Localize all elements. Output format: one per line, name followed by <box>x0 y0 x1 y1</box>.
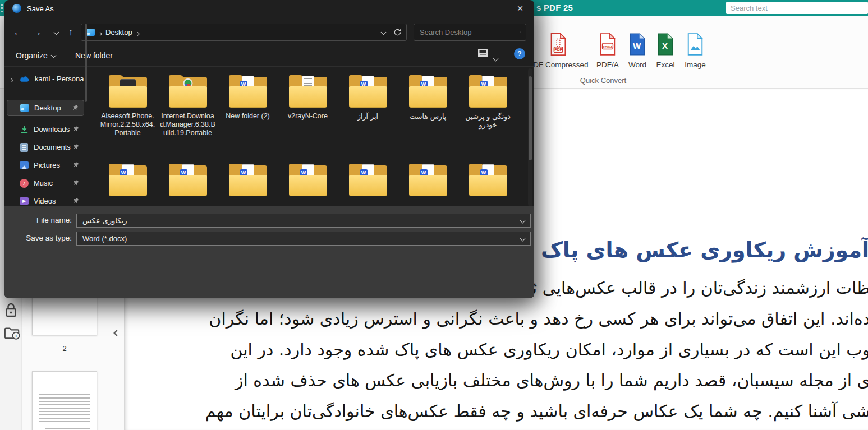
folder-item[interactable]: Aiseesoft.Phone.Mirror.2.2.58.x64.Portab… <box>98 75 158 137</box>
chevron-right-icon[interactable] <box>7 74 16 84</box>
new-folder-button[interactable]: New folder <box>75 48 113 63</box>
thumbnail-text-lines <box>39 394 90 422</box>
page-thumbnail[interactable] <box>32 371 97 430</box>
folder-item[interactable] <box>458 164 518 196</box>
folder-icon <box>467 75 509 108</box>
document-search-input[interactable] <box>726 2 868 14</box>
address-bar[interactable]: Desktop <box>81 24 407 41</box>
save-as-type-value: Word (*.docx) <box>82 234 127 243</box>
chevron-left-icon <box>113 330 120 336</box>
breadcrumb-desktop[interactable]: Desktop <box>105 28 132 36</box>
collapse-panel-button[interactable] <box>111 327 122 340</box>
folder-name: v2rayN-Core <box>279 112 337 121</box>
lock-icon[interactable] <box>4 302 18 321</box>
document-properties-icon[interactable]: i <box>4 325 21 343</box>
folder-name: دونگی و پرشین خودرو <box>459 112 517 129</box>
pin-icon[interactable] <box>73 160 82 170</box>
music-icon: ♪ <box>19 179 29 188</box>
folder-item[interactable]: New folder (2) <box>218 75 278 137</box>
folder-icon <box>227 75 269 108</box>
dialog-titlebar[interactable]: Save As × <box>4 0 534 17</box>
file-name-combobox[interactable]: ریکاوری عکس <box>76 214 531 228</box>
ribbon-item-image[interactable]: Image <box>662 33 729 69</box>
address-dropdown-icon[interactable] <box>381 30 387 35</box>
folder-item[interactable]: دونگی و پرشین خودرو <box>458 75 518 137</box>
folder-item[interactable] <box>98 164 158 196</box>
file-grid-row <box>98 164 518 196</box>
ribbon-group-label: Quick Convert <box>580 76 626 85</box>
documents-icon <box>19 143 29 152</box>
file-name-value: ریکاوری عکس <box>82 216 127 225</box>
chevron-down-icon <box>520 236 526 242</box>
pictures-icon <box>19 161 29 169</box>
chevron-right-icon <box>136 27 139 38</box>
toolbar-divider <box>4 66 534 67</box>
back-button[interactable]: ← <box>10 25 26 40</box>
folder-item[interactable]: Internet.Download.Manager.6.38.Build.19.… <box>158 75 218 137</box>
folder-icon <box>287 75 329 108</box>
ribbon-separator <box>737 33 737 73</box>
file-list-scrollbar[interactable] <box>528 68 532 206</box>
chevron-down-icon <box>50 53 56 58</box>
pdf-compressed-icon: PDF <box>548 33 568 56</box>
folder-item[interactable] <box>278 164 338 196</box>
sidebar-item-documents[interactable]: Documents <box>7 139 84 155</box>
folder-name: New folder (2) <box>219 112 277 121</box>
sidebar-item-downloads[interactable]: Downloads <box>7 121 84 137</box>
folder-name: Aiseesoft.Phone.Mirror.2.2.58.x64.Portab… <box>99 112 157 137</box>
sidebar-item-label: Music <box>34 179 73 187</box>
help-icon[interactable]: ? <box>514 48 525 59</box>
sidebar-item-label: Pictures <box>34 161 73 169</box>
thumbnail-page-number: 2 <box>62 344 66 353</box>
thumbnail-text-lines <box>45 428 90 430</box>
document-text-line: ی از مجله سیسبان، قصد داریم شما را با رو… <box>235 371 868 390</box>
folder-item[interactable] <box>398 164 458 196</box>
chevron-down-icon <box>520 218 526 224</box>
sidebar-item-onedrive[interactable]: kami - Personal <box>7 71 84 87</box>
search-input[interactable] <box>419 27 520 37</box>
folder-icon <box>407 75 449 108</box>
forward-button[interactable]: → <box>29 25 45 40</box>
folder-icon <box>467 164 509 196</box>
folder-name: پارس هاست <box>399 112 457 121</box>
close-icon[interactable]: × <box>512 1 529 16</box>
dialog-toolbar: Organize New folder <box>4 46 534 65</box>
dialog-title: Save As <box>27 4 54 13</box>
folder-item[interactable]: ابر آراز <box>338 75 398 137</box>
refresh-icon[interactable] <box>393 28 402 36</box>
pin-icon[interactable] <box>73 124 82 135</box>
pin-icon[interactable] <box>72 103 81 113</box>
recent-locations-button[interactable] <box>48 25 64 40</box>
folder-name: Internet.Download.Manager.6.38.Build.19.… <box>159 112 217 137</box>
view-mode-button[interactable] <box>477 48 488 60</box>
sidebar-scrollbar[interactable] <box>85 24 87 102</box>
document-text-line: ظات ارزشمند زندگی‌تان را در قالب عکس‌های… <box>511 278 868 298</box>
folder-item[interactable]: پارس هاست <box>398 75 458 137</box>
save-as-type-combobox[interactable]: Word (*.docx) <box>76 232 531 246</box>
pin-icon[interactable] <box>73 142 82 152</box>
svg-text:PDF: PDF <box>554 48 562 52</box>
svg-text:i: i <box>15 333 16 339</box>
folder-icon <box>347 164 389 196</box>
folder-item[interactable]: v2rayN-Core <box>278 75 338 137</box>
up-button[interactable]: ↑ <box>63 25 79 40</box>
sidebar-item-music[interactable]: ♪ Music <box>7 175 84 191</box>
sidebar-item-pictures[interactable]: Pictures <box>7 157 84 173</box>
view-mode-dropdown-icon[interactable] <box>494 53 498 63</box>
dialog-fields-panel: File name: ریکاوری عکس Save as type: Wor… <box>4 206 534 298</box>
folder-item[interactable] <box>158 164 218 196</box>
pin-icon[interactable] <box>73 196 82 206</box>
sidebar-item-label: Documents <box>34 143 73 151</box>
save-as-type-label: Save as type: <box>10 234 72 242</box>
search-icon <box>520 29 521 36</box>
videos-icon: ▶ <box>19 197 29 205</box>
quick-access-dots-icon <box>1 4 3 6</box>
pin-icon[interactable] <box>73 178 82 188</box>
sidebar-item-desktop[interactable]: Desktop <box>7 100 84 116</box>
chevron-down-icon <box>53 30 59 35</box>
folder-icon <box>167 164 209 196</box>
folder-item[interactable] <box>218 164 278 196</box>
folder-icon <box>167 75 209 108</box>
folder-item[interactable] <box>338 164 398 196</box>
organize-button[interactable]: Organize <box>16 48 56 63</box>
